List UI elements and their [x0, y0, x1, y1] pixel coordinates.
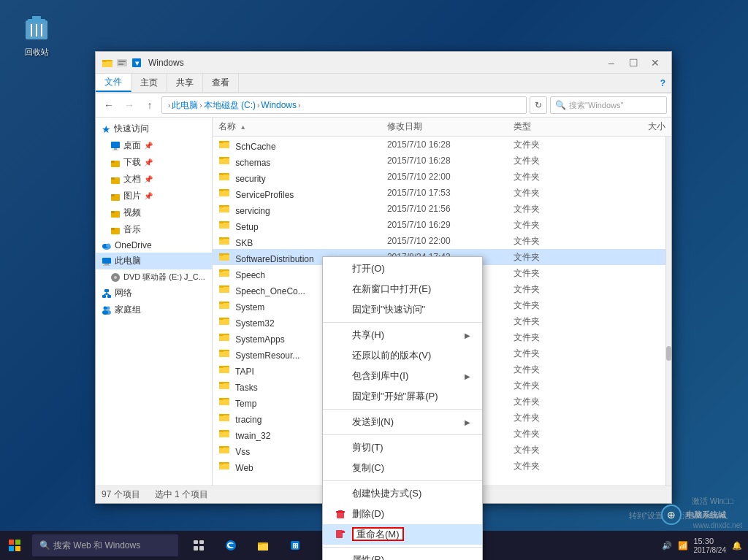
svg-point-45 — [105, 310, 111, 315]
context-menu: 打开(O)在新窗口中打开(E)固定到"快速访问"共享(H)▶还原以前的版本(V)… — [322, 256, 483, 560]
svg-rect-15 — [111, 142, 120, 148]
sidebar-item-pictures[interactable]: 图片 📌 — [96, 188, 212, 204]
file-type: 文件夹 — [514, 219, 598, 231]
address-path[interactable]: › 此电脑 › 本地磁盘 (C:) › Windows › — [161, 96, 527, 114]
context-menu-item[interactable]: 固定到"开始"屏幕(P) — [323, 386, 482, 407]
breadcrumb-computer[interactable]: 此电脑 — [172, 99, 198, 112]
file-type: 文件夹 — [514, 348, 598, 360]
context-menu-item[interactable]: 还原以前的版本(V) — [323, 345, 482, 366]
start-button[interactable] — [0, 531, 29, 560]
context-menu-item[interactable]: 打开(O) — [323, 258, 482, 279]
close-button[interactable]: ✕ — [645, 54, 665, 72]
maximize-button[interactable]: ☐ — [623, 54, 644, 72]
context-menu-item[interactable]: 属性(R) — [323, 550, 482, 560]
sidebar-label-desktop: 桌面 — [123, 139, 141, 152]
explorer-button[interactable] — [248, 531, 278, 560]
notification-btn[interactable]: 🔔 — [732, 541, 742, 551]
svg-rect-56 — [219, 191, 229, 196]
task-view-button[interactable] — [184, 531, 213, 560]
breadcrumb-windows[interactable]: Windows — [261, 100, 297, 110]
svg-rect-93 — [219, 382, 224, 384]
minimize-button[interactable]: – — [601, 54, 622, 72]
taskbar-search[interactable]: 🔍 搜索 Web 和 Windows — [32, 534, 178, 556]
context-menu-item[interactable]: 共享(H)▶ — [323, 325, 482, 345]
table-row[interactable]: Setup 2015/7/10 16:29 文件夹 — [213, 217, 671, 233]
ribbon-tabs: 文件 主页 共享 查看 ? — [96, 74, 671, 93]
svg-rect-19 — [111, 161, 115, 163]
scrollbar-track[interactable] — [665, 137, 671, 486]
sidebar-item-videos[interactable]: 视频 — [96, 204, 212, 221]
menu-separator — [323, 480, 482, 481]
table-row[interactable]: servicing 2015/7/10 21:56 文件夹 — [213, 201, 671, 217]
menu-item-label: 包含到库中(I) — [352, 369, 408, 383]
sidebar-item-network[interactable]: 网络 — [96, 285, 212, 302]
table-row[interactable]: ServiceProfiles 2015/7/10 17:53 文件夹 — [213, 185, 671, 201]
sidebar-item-onedrive[interactable]: OneDrive — [96, 238, 212, 253]
col-size-header[interactable]: 大小 — [598, 120, 665, 133]
context-menu-item[interactable]: 固定到"快速访问" — [323, 299, 482, 320]
svg-text:⊞: ⊞ — [292, 542, 298, 550]
back-button[interactable]: ← — [100, 96, 118, 114]
svg-rect-72 — [219, 269, 224, 272]
sidebar-item-homegroup[interactable]: 家庭组 — [96, 302, 212, 318]
tab-view[interactable]: 查看 — [203, 74, 239, 92]
search-icon-taskbar: 🔍 — [39, 540, 50, 551]
sidebar-item-quickaccess[interactable]: ★ 快速访问 — [96, 120, 212, 137]
sidebar-item-thispc[interactable]: 此电脑 — [96, 253, 212, 269]
folder-icon — [218, 302, 230, 312]
tab-share[interactable]: 共享 — [167, 74, 203, 92]
svg-rect-116 — [9, 540, 14, 545]
table-row[interactable]: schemas 2015/7/10 16:28 文件夹 — [213, 153, 671, 169]
sidebar-item-desktop[interactable]: 桌面 📌 — [96, 137, 212, 154]
col-name-header[interactable]: 名称 ▲ — [218, 120, 387, 133]
menu-separator — [323, 322, 482, 323]
context-menu-item[interactable]: 删除(D) — [323, 504, 482, 524]
recycle-bin-icon[interactable]: 回收站 — [15, 15, 58, 58]
col-date-header[interactable]: 修改日期 — [387, 120, 514, 133]
menu-item-label: 在新窗口中打开(E) — [352, 283, 431, 296]
table-row[interactable]: SchCache 2015/7/10 16:28 文件夹 — [213, 137, 671, 153]
delete-icon — [335, 508, 346, 520]
svg-rect-87 — [219, 350, 224, 352]
svg-point-43 — [107, 306, 110, 310]
sidebar-item-dvd[interactable]: DVD 驱动器 (E:) J_C... — [96, 269, 212, 285]
chevron-icon-3: › — [256, 101, 261, 110]
context-menu-item[interactable]: 包含到库中(I)▶ — [323, 366, 482, 386]
refresh-button[interactable]: ↻ — [530, 96, 547, 114]
context-menu-item[interactable]: 重命名(M) — [323, 524, 482, 545]
svg-rect-66 — [219, 237, 224, 239]
svg-rect-59 — [219, 207, 229, 212]
system-tray[interactable]: 🔊 — [662, 541, 672, 551]
svg-rect-48 — [219, 141, 224, 143]
menu-icon — [335, 554, 346, 560]
context-menu-item[interactable]: 剪切(T) — [323, 437, 482, 458]
window-title: Windows — [148, 58, 601, 68]
sidebar-item-downloads[interactable]: 下载 📌 — [96, 154, 212, 171]
tab-file[interactable]: 文件 — [96, 74, 131, 92]
tab-home[interactable]: 主页 — [131, 74, 167, 92]
search-box[interactable]: 🔍 搜索"Windows" — [550, 96, 667, 114]
context-menu-item[interactable]: 在新窗口中打开(E) — [323, 279, 482, 299]
col-type-header[interactable]: 类型 — [514, 120, 598, 133]
store-icon: ⊞ — [289, 539, 302, 552]
clock[interactable]: 15:302017/8/24 — [694, 537, 727, 554]
store-button[interactable]: ⊞ — [280, 531, 310, 560]
scrollbar-thumb[interactable] — [666, 346, 671, 361]
help-button[interactable]: ? — [654, 74, 671, 92]
forward-button[interactable]: → — [121, 96, 138, 114]
file-type: 文件夹 — [514, 187, 598, 199]
folder-icon — [218, 238, 230, 248]
edge-button[interactable] — [216, 531, 245, 560]
breadcrumb-drive[interactable]: 本地磁盘 (C:) — [204, 99, 256, 112]
context-menu-item[interactable]: 创建快捷方式(S) — [323, 483, 482, 504]
sidebar-item-documents[interactable]: 文档 📌 — [96, 171, 212, 188]
file-type: 文件夹 — [514, 139, 598, 151]
context-menu-item[interactable]: 发送到(N)▶ — [323, 412, 482, 432]
network-tray[interactable]: 📶 — [678, 541, 688, 551]
sidebar-item-music[interactable]: 音乐 — [96, 221, 212, 238]
table-row[interactable]: security 2015/7/10 22:00 文件夹 — [213, 169, 671, 185]
logo-symbol: ⊕ — [667, 509, 676, 521]
up-button[interactable]: ↑ — [141, 96, 159, 114]
table-row[interactable]: SKB 2015/7/10 22:00 文件夹 — [213, 233, 671, 249]
context-menu-item[interactable]: 复制(C) — [323, 458, 482, 478]
